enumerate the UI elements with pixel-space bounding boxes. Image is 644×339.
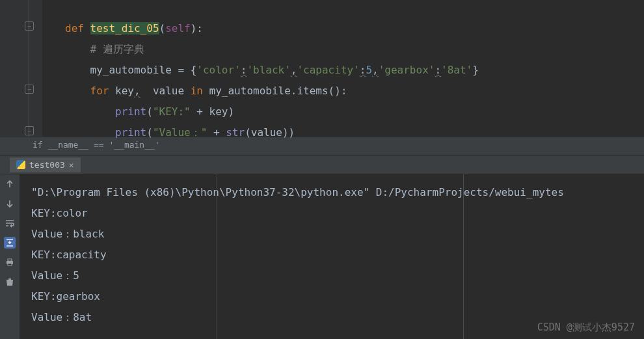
run-toolbar bbox=[0, 174, 20, 339]
string: 'color' bbox=[196, 64, 240, 76]
builtin-str: str bbox=[226, 126, 245, 139]
run-tab[interactable]: test003 × bbox=[10, 157, 81, 172]
run-tab-bar: test003 × bbox=[0, 155, 644, 174]
console-line: KEY:color bbox=[31, 207, 88, 219]
console-output[interactable]: "D:\Program Files (x86)\Python\Python37-… bbox=[20, 174, 576, 339]
brace: } bbox=[472, 64, 479, 76]
number: 5 bbox=[366, 64, 372, 76]
paren: ( bbox=[146, 105, 153, 118]
fold-icon[interactable]: − bbox=[25, 85, 34, 94]
code-text: + bbox=[207, 126, 226, 139]
print-icon[interactable] bbox=[4, 256, 16, 268]
builtin-print: print bbox=[115, 105, 146, 118]
code-text: my_automobile = { bbox=[90, 64, 197, 76]
keyword-def: def bbox=[65, 22, 84, 34]
arrow-up-icon[interactable] bbox=[4, 178, 16, 190]
scroll-to-end-icon[interactable] bbox=[4, 237, 16, 249]
python-icon bbox=[16, 160, 25, 169]
string: "KEY:" bbox=[153, 105, 191, 118]
console-line: Value：black bbox=[31, 228, 104, 240]
fold-icon[interactable]: − bbox=[25, 21, 34, 31]
keyword-in: in bbox=[191, 85, 203, 97]
console-line: "D:\Program Files (x86)\Python\Python37-… bbox=[31, 186, 564, 198]
var: key bbox=[115, 85, 134, 97]
svg-rect-2 bbox=[8, 264, 12, 265]
keyword-for: for bbox=[90, 85, 109, 97]
code-editor[interactable]: def test_dic_05(self): # 遍历字典 my_automob… bbox=[42, 0, 479, 137]
comment: # 遍历字典 bbox=[90, 43, 144, 55]
soft-wrap-icon[interactable] bbox=[4, 217, 16, 229]
string: 'capacity' bbox=[297, 64, 359, 76]
fold-icon[interactable]: − bbox=[25, 126, 34, 135]
console-line: Value：5 bbox=[31, 269, 79, 282]
tab-label: test003 bbox=[29, 160, 65, 170]
keyword-self: self bbox=[165, 22, 191, 34]
builtin-print: print bbox=[115, 126, 146, 139]
function-name: test_dic_05 bbox=[90, 22, 159, 34]
console-line: KEY:capacity bbox=[31, 249, 107, 261]
code-text: + key) bbox=[191, 105, 234, 118]
run-panel: "D:\Program Files (x86)\Python\Python37-… bbox=[0, 174, 644, 339]
console-line: Value：8at bbox=[31, 311, 92, 323]
close-icon[interactable]: × bbox=[69, 160, 74, 170]
arrow-down-icon[interactable] bbox=[4, 198, 16, 210]
vertical-divider bbox=[217, 174, 217, 339]
svg-rect-1 bbox=[8, 259, 12, 261]
code-text: my_automobile.items(): bbox=[203, 85, 347, 97]
trash-icon[interactable] bbox=[4, 276, 16, 288]
breadcrumb[interactable]: if __name__ == '__main__' bbox=[0, 137, 644, 155]
string: "Value：" bbox=[153, 126, 207, 139]
comma: , bbox=[134, 85, 141, 97]
console-line: KEY:gearbox bbox=[31, 290, 100, 303]
editor-area: − − − def test_dic_05(self): # 遍历字典 my_a… bbox=[0, 0, 644, 137]
string: 'black' bbox=[247, 64, 290, 76]
gutter: − − − bbox=[0, 0, 42, 137]
var: value bbox=[141, 85, 191, 97]
code-text: (value)) bbox=[245, 126, 295, 139]
string: '8at' bbox=[441, 64, 472, 76]
string: 'gearbox' bbox=[379, 64, 435, 76]
paren: ( bbox=[146, 126, 153, 139]
vertical-divider bbox=[463, 174, 464, 339]
